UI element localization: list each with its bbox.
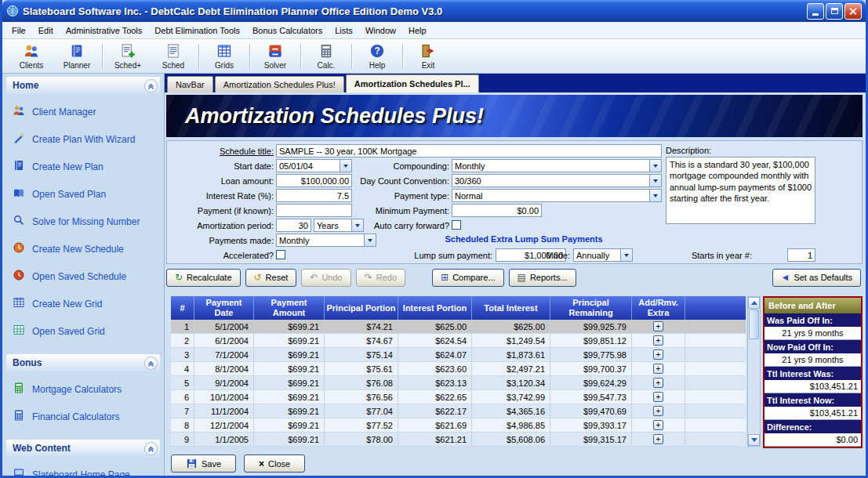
made-combo[interactable]: Annually	[573, 248, 633, 262]
sidebar-item-open-saved-grid[interactable]: Open Saved Grid	[11, 317, 158, 345]
toolbar-help[interactable]: ?Help	[354, 41, 400, 72]
toolbar-exit[interactable]: Exit	[405, 41, 451, 72]
save-button[interactable]: Save	[171, 454, 236, 473]
menu-file[interactable]: File	[5, 24, 32, 38]
collapse-button[interactable]	[144, 442, 158, 455]
table-header-row: #Payment DatePayment AmountPrincipal Por…	[171, 296, 746, 320]
day-count-combo[interactable]: 30/360	[452, 174, 662, 187]
sidebar-item-client-manager[interactable]: Client Manager	[11, 98, 158, 125]
payments-made-combo[interactable]: Monthly	[276, 234, 376, 247]
cell: $78.00	[325, 433, 398, 447]
table-row[interactable]: 15/1/2004$699.21$74.21$625.00$625.00$99,…	[171, 320, 746, 334]
col-header-filler	[685, 296, 744, 320]
cell: $99,700.37	[550, 362, 632, 376]
auto-carry-checkbox[interactable]	[452, 220, 461, 230]
starts-in-year-input[interactable]	[787, 248, 815, 262]
before-after-value: $103,451.21	[764, 407, 861, 420]
content-area: NavBarAmortization Schedules Plus!Amorti…	[165, 74, 866, 478]
maximize-button[interactable]	[826, 3, 843, 20]
tab-amortization-schedules-plus[interactable]: Amortization Schedules Plus!	[215, 76, 344, 92]
wizard-icon	[13, 132, 25, 144]
table-row[interactable]: 48/1/2004$699.21$75.61$623.60$2,497.21$9…	[171, 362, 746, 376]
cell-add-extra: +	[632, 348, 685, 362]
table-row[interactable]: 26/1/2004$699.21$74.67$624.54$1,249.54$9…	[171, 334, 746, 348]
collapse-button[interactable]	[144, 357, 158, 370]
toolbar-calc[interactable]: Calc.	[303, 41, 349, 72]
scroll-up-button[interactable]	[748, 297, 760, 309]
menu-window[interactable]: Window	[359, 24, 402, 38]
menu-administrative-tools[interactable]: Administrative Tools	[60, 24, 149, 38]
menu-debt-elimination-tools[interactable]: Debt Elimination Tools	[148, 24, 246, 38]
sidebar-item-create-plan-with-wizard[interactable]: Create Plan With Wizard	[11, 125, 158, 153]
section-header-home[interactable]: Home	[6, 77, 160, 94]
add-extra-button[interactable]: +	[653, 364, 663, 374]
loan-amount-label: Loan amount:	[167, 175, 274, 187]
close-button[interactable]: × Close	[244, 454, 305, 473]
section-header-bonus[interactable]: Bonus	[6, 354, 160, 371]
add-extra-button[interactable]: +	[653, 406, 663, 416]
reset-button[interactable]: ↺Reset	[245, 269, 297, 287]
table-row[interactable]: 711/1/2004$699.21$77.04$622.17$4,365.16$…	[171, 404, 746, 418]
add-extra-button[interactable]: +	[653, 420, 663, 430]
redo-button[interactable]: ↷Redo	[356, 269, 405, 287]
minimum-payment-input[interactable]	[452, 204, 542, 217]
collapse-button[interactable]	[144, 79, 158, 92]
toolbar-clients[interactable]: Clients	[9, 41, 54, 72]
close-window-button[interactable]	[844, 3, 862, 20]
table-row[interactable]: 812/1/2004$699.21$77.52$621.69$4,986.85$…	[171, 418, 746, 433]
cell-add-extra: +	[632, 376, 685, 390]
toolbar-solver[interactable]: Solver	[252, 41, 298, 72]
menu-edit[interactable]: Edit	[32, 24, 60, 38]
compare-button[interactable]: ⊞Compare...	[432, 269, 503, 287]
tab-navbar[interactable]: NavBar	[167, 76, 213, 92]
menu-bonus-calculators[interactable]: Bonus Calculators	[246, 24, 329, 38]
section-header-web-content[interactable]: Web Content	[6, 440, 160, 457]
section-bonus: BonusMortgage CalculatorsFinancial Calcu…	[6, 354, 160, 432]
menu-help[interactable]: Help	[402, 24, 433, 38]
schedule-title-input[interactable]	[276, 144, 662, 158]
reports-icon: ▤	[518, 273, 526, 282]
clients-icon	[24, 43, 39, 59]
add-extra-button[interactable]: +	[653, 321, 663, 331]
sidebar-item-financial-calculators[interactable]: Financial Calculators	[11, 403, 158, 430]
amortization-period-input[interactable]	[276, 219, 311, 232]
toolbar-sched[interactable]: Sched	[151, 41, 196, 72]
minimize-button[interactable]	[807, 3, 824, 20]
add-extra-button[interactable]: +	[653, 378, 663, 388]
compounding-combo[interactable]: Monthly	[452, 159, 662, 172]
sidebar-item-create-new-plan[interactable]: Create New Plan	[11, 153, 158, 180]
menu-lists[interactable]: Lists	[329, 24, 359, 38]
scroll-down-button[interactable]	[748, 434, 760, 446]
sidebar-item-open-saved-plan[interactable]: Open Saved Plan	[11, 180, 158, 208]
add-extra-button[interactable]: +	[653, 335, 663, 346]
accelerated-checkbox[interactable]	[276, 250, 285, 259]
payment-type-combo[interactable]: Normal	[452, 189, 662, 202]
add-extra-button[interactable]: +	[653, 392, 663, 402]
cell: $99,775.98	[550, 348, 632, 362]
scrollbar-thumb[interactable]	[749, 310, 759, 339]
tab-amortization-schedules-pl[interactable]: Amortization Schedules Pl...	[346, 74, 479, 92]
sidebar-item-slateboard-home-page[interactable]: Slateboard Home Page	[11, 461, 158, 478]
recalculate-button[interactable]: ↻Recalculate	[166, 269, 241, 287]
sidebar-item-open-saved-schedule[interactable]: Open Saved Schedule	[11, 263, 158, 290]
add-extra-button[interactable]: +	[653, 349, 663, 360]
table-row[interactable]: 59/1/2004$699.21$76.08$623.13$3,120.34$9…	[171, 376, 746, 390]
reports-button[interactable]: ▤Reports...	[509, 269, 576, 287]
sidebar-item-mortgage-calculators[interactable]: Mortgage Calculators	[11, 375, 158, 403]
table-row[interactable]: 91/1/2005$699.21$78.00$621.21$5,608.06$9…	[171, 433, 746, 447]
table-row[interactable]: 37/1/2004$699.21$75.14$624.07$1,873.61$9…	[171, 348, 746, 362]
set-as-defaults-button[interactable]: ◄Set as Defaults	[772, 269, 861, 287]
toolbar-planner[interactable]: Planner	[54, 41, 100, 72]
add-extra-button[interactable]: +	[653, 434, 663, 444]
sidebar-item-solve-for-missing-number[interactable]: Solve for Missing Number	[11, 208, 158, 235]
sidebar-item-create-new-schedule[interactable]: Create New Schedule	[11, 235, 158, 263]
sidebar-item-create-new-grid[interactable]: Create New Grid	[11, 290, 158, 317]
table-scrollbar[interactable]	[747, 296, 761, 447]
undo-button[interactable]: ↶Undo	[301, 269, 350, 287]
undo-icon: ↶	[310, 273, 318, 282]
toolbar-sched[interactable]: Sched+	[105, 41, 151, 72]
cell: 1	[171, 320, 194, 334]
cell: 6/1/2004	[194, 334, 254, 348]
table-row[interactable]: 610/1/2004$699.21$76.56$622.65$3,742.99$…	[171, 390, 746, 404]
toolbar-grids[interactable]: Grids	[202, 41, 247, 72]
